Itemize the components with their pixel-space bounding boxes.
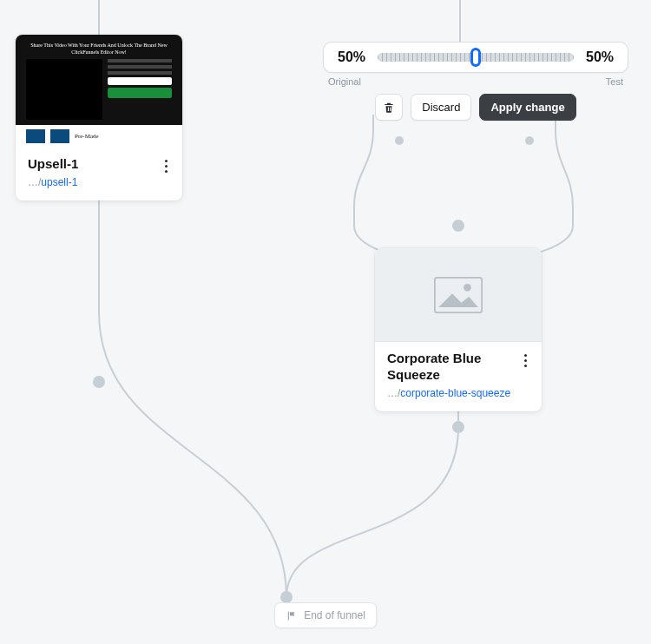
page-title: Upsell-1	[28, 156, 172, 173]
split-original-label: Original	[328, 76, 361, 87]
card-menu-button[interactable]	[158, 156, 174, 175]
delete-split-button[interactable]	[375, 94, 403, 121]
split-actions: Discard Apply change	[323, 94, 628, 121]
end-of-funnel-label: End of funnel	[304, 609, 365, 621]
svg-point-1	[452, 220, 464, 232]
page-path[interactable]: …/upsell-1	[28, 176, 172, 188]
flag-icon	[286, 610, 297, 621]
svg-rect-6	[435, 277, 482, 312]
svg-point-0	[93, 376, 105, 388]
discard-button[interactable]: Discard	[411, 94, 471, 121]
trash-icon	[383, 101, 395, 115]
page-thumbnail: Share This Video With Your Friends And U…	[16, 35, 182, 148]
end-of-funnel-node[interactable]: End of funnel	[274, 602, 377, 628]
page-thumbnail-placeholder	[375, 248, 542, 342]
page-path[interactable]: …/corporate-blue-squeeze	[387, 387, 531, 399]
thumbnail-headline: Share This Video With Your Friends And U…	[16, 35, 182, 59]
thumbnail-footer-label: Pre-Made	[75, 133, 99, 140]
svg-point-4	[395, 136, 404, 145]
page-card-upsell-1[interactable]: Share This Video With Your Friends And U…	[16, 35, 182, 200]
page-title: Corporate Blue Squeeze	[387, 351, 531, 384]
split-slider[interactable]	[378, 49, 574, 65]
split-test-control: 50% 50% Original Test Discard Apply chan…	[323, 42, 628, 121]
page-card-corporate-blue-squeeze[interactable]: Corporate Blue Squeeze …/corporate-blue-…	[375, 248, 542, 411]
split-original-pct: 50%	[332, 49, 371, 65]
split-test-pct: 50%	[581, 49, 619, 65]
split-test-label: Test	[606, 76, 623, 87]
apply-change-button[interactable]: Apply change	[479, 94, 575, 121]
image-placeholder-icon	[434, 277, 483, 313]
svg-point-7	[464, 283, 471, 291]
svg-point-2	[452, 421, 464, 433]
split-test-slider-row: 50% 50%	[323, 42, 628, 73]
svg-point-5	[525, 136, 534, 145]
slider-thumb[interactable]	[470, 48, 481, 67]
svg-point-3	[280, 591, 293, 603]
card-menu-button[interactable]	[517, 351, 533, 370]
